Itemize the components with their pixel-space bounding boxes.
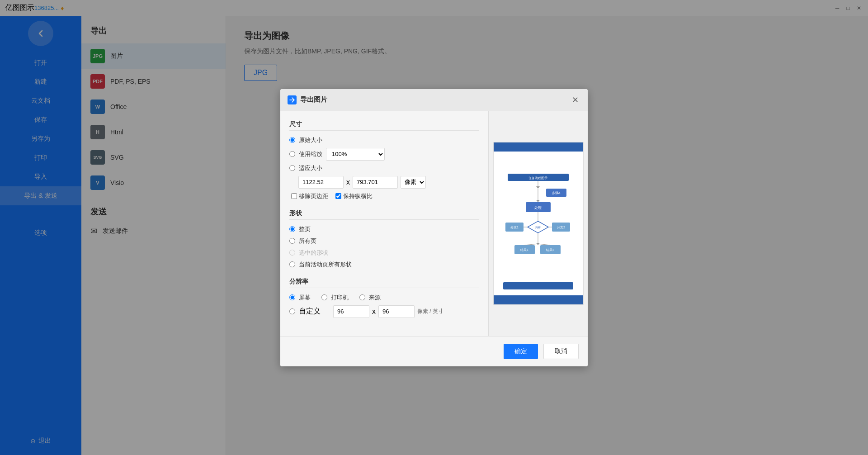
dpi-unit: 像素 / 英寸 <box>417 308 443 315</box>
selected-shapes-label: 选中的形状 <box>299 249 328 257</box>
custom-res-radio[interactable] <box>289 308 295 314</box>
svg-text:分支2: 分支2 <box>557 226 565 229</box>
shape-section: 形状 整页 所有页 选中的形状 当前活动页所 <box>289 209 479 269</box>
svg-line-27 <box>524 244 538 245</box>
all-pages-label: 所有页 <box>299 237 316 245</box>
shape-section-title: 形状 <box>289 209 479 220</box>
preview-top-bar <box>494 142 583 152</box>
selected-shapes-row: 选中的形状 <box>289 249 479 257</box>
preview-area: 任务流程图示 步骤A 处理 <box>493 142 584 305</box>
svg-text:结果2: 结果2 <box>546 248 554 251</box>
zoom-size-row: 使用缩放 100% 50% 75% 150% 200% <box>289 148 479 161</box>
zoom-size-radio[interactable] <box>289 151 295 157</box>
size-inputs: x 像素 毫米 厘米 英寸 <box>298 176 479 189</box>
current-page-row: 当前活动页所有形状 <box>289 261 479 269</box>
modal-preview: 任务流程图示 步骤A 处理 <box>488 111 588 336</box>
svg-line-28 <box>538 244 550 245</box>
height-input[interactable] <box>353 176 398 189</box>
original-size-row: 原始大小 <box>289 136 479 144</box>
modal-form: 尺寸 原始大小 使用缩放 100% 50% 75% 150% 2 <box>280 111 488 336</box>
source-res-label: 来源 <box>369 294 381 302</box>
modal-body: 尺寸 原始大小 使用缩放 100% 50% 75% 150% 2 <box>280 111 588 336</box>
ratio-label: 保持纵横比 <box>343 192 373 200</box>
all-pages-row: 所有页 <box>289 237 479 245</box>
modal-header: 导出图片 ✕ <box>280 89 588 111</box>
full-page-radio[interactable] <box>289 226 295 232</box>
preview-svg: 任务流程图示 步骤A 处理 <box>503 174 573 291</box>
size-separator: x <box>346 178 350 186</box>
ratio-checkbox[interactable] <box>335 193 341 199</box>
fit-size-row: 适应大小 <box>289 164 479 172</box>
original-size-radio[interactable] <box>289 137 295 143</box>
fit-size-radio[interactable] <box>289 165 295 171</box>
dpi-inputs: x 像素 / 英寸 <box>333 305 443 318</box>
confirm-button[interactable]: 确定 <box>504 344 538 359</box>
dpi-y-input[interactable] <box>378 305 415 318</box>
modal-header-left: 导出图片 <box>288 95 327 104</box>
screen-res-row: 屏幕 <box>289 294 311 302</box>
modal-header-icon <box>288 95 297 104</box>
margin-label: 移除页边距 <box>299 192 328 200</box>
svg-text:步骤A: 步骤A <box>552 191 561 195</box>
modal-overlay: 导出图片 ✕ 尺寸 原始大小 使用缩放 <box>0 0 868 455</box>
cancel-button[interactable]: 取消 <box>543 344 579 359</box>
all-pages-radio[interactable] <box>289 238 295 244</box>
export-dialog: 导出图片 ✕ 尺寸 原始大小 使用缩放 <box>280 89 588 366</box>
preview-bottom-bar <box>494 295 583 304</box>
printer-res-radio[interactable] <box>321 294 327 300</box>
svg-text:任务流程图示: 任务流程图示 <box>528 176 547 180</box>
dpi-x-input[interactable] <box>333 305 369 318</box>
dpi-separator: x <box>372 308 376 316</box>
preview-diagram: 任务流程图示 步骤A 处理 <box>494 161 583 304</box>
full-page-label: 整页 <box>299 225 311 233</box>
size-section-title: 尺寸 <box>289 120 479 131</box>
printer-res-label: 打印机 <box>331 294 349 302</box>
modal-title: 导出图片 <box>300 95 327 104</box>
unit-select[interactable]: 像素 毫米 厘米 英寸 <box>401 176 426 189</box>
svg-text:结果1: 结果1 <box>520 248 528 251</box>
svg-marker-7 <box>536 200 540 202</box>
selected-shapes-radio[interactable] <box>289 250 295 256</box>
current-page-label: 当前活动页所有形状 <box>299 261 352 269</box>
zoom-select[interactable]: 100% 50% 75% 150% 200% <box>326 148 385 161</box>
svg-text:判断: 判断 <box>535 226 541 229</box>
checkbox-row: 移除页边距 保持纵横比 <box>291 192 479 200</box>
source-res-radio[interactable] <box>359 294 365 300</box>
svg-text:处理: 处理 <box>534 206 542 210</box>
fit-size-label: 适应大小 <box>299 164 322 172</box>
svg-marker-3 <box>536 186 540 189</box>
margin-checkbox[interactable] <box>291 193 297 199</box>
margin-checkbox-label: 移除页边距 <box>291 192 328 200</box>
svg-rect-29 <box>503 282 573 289</box>
size-section: 尺寸 原始大小 使用缩放 100% 50% 75% 150% 2 <box>289 120 479 200</box>
modal-close-button[interactable]: ✕ <box>570 95 580 105</box>
screen-res-label: 屏幕 <box>299 294 311 302</box>
printer-res-row: 打印机 <box>321 294 349 302</box>
source-res-row: 来源 <box>359 294 381 302</box>
ratio-checkbox-label: 保持纵横比 <box>335 192 373 200</box>
current-page-radio[interactable] <box>289 261 295 267</box>
width-input[interactable] <box>298 176 344 189</box>
screen-res-radio[interactable] <box>289 294 295 300</box>
resolution-section: 分辨率 屏幕 打印机 来源 <box>289 278 479 318</box>
zoom-size-label: 使用缩放 <box>299 150 322 158</box>
svg-text:分支1: 分支1 <box>510 226 519 229</box>
resolution-section-title: 分辨率 <box>289 278 479 288</box>
full-page-row: 整页 <box>289 225 479 233</box>
modal-footer: 确定 取消 <box>280 336 588 366</box>
custom-res-label: 自定义 <box>299 307 321 316</box>
original-size-label: 原始大小 <box>299 136 322 144</box>
